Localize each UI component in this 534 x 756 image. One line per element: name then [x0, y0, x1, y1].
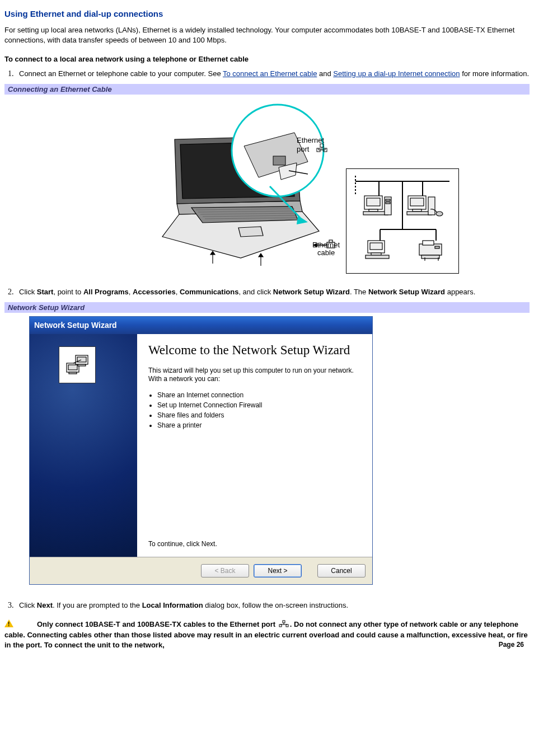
svg-rect-54 [370, 243, 382, 250]
step-3: Click Next. If you are prompted to the L… [16, 600, 530, 611]
kw-communications: Communications [180, 288, 238, 296]
svg-rect-45 [386, 199, 390, 201]
t: . The [350, 288, 368, 296]
svg-rect-67 [77, 357, 86, 362]
t: , and click [238, 288, 273, 296]
t: , [176, 288, 180, 296]
svg-rect-57 [419, 244, 442, 255]
svg-rect-56 [366, 255, 389, 259]
t: , point to [53, 288, 83, 296]
svg-rect-49 [413, 209, 421, 212]
step-1: Connect an Ethernet or telephone cable t… [16, 69, 530, 79]
svg-rect-64 [68, 365, 77, 370]
wizard-network-icon [59, 346, 96, 383]
page-number: Page 26 [499, 640, 524, 649]
svg-rect-58 [423, 241, 434, 245]
wizard-content-pane: Welcome to the Network Setup Wizard This… [137, 334, 372, 557]
connect-heading: To connect to a local area network using… [4, 55, 530, 63]
kw-nsw2: Network Setup Wizard [368, 288, 445, 296]
link-connect-ethernet[interactable]: To connect an Ethernet cable [223, 69, 317, 78]
caption-ethernet-cable: Connecting an Ethernet Cable [4, 84, 530, 95]
wizard-titlebar: Network Setup Wizard [30, 317, 372, 334]
wizard-back-button: < Back [201, 564, 249, 577]
wizard-bullet: Share an Internet connection [157, 390, 362, 400]
svg-marker-10 [210, 251, 215, 255]
ethernet-cable-label: Ethernet cable [312, 241, 340, 257]
svg-rect-70 [279, 624, 282, 627]
svg-rect-42 [369, 209, 378, 212]
figure-ethernet-cable: Ethernet port Ethernet cable [4, 95, 530, 284]
wizard-bullet-list: Share an Internet connection Set up Inte… [157, 390, 362, 430]
ethernet-port-icon [279, 620, 289, 631]
wizard-continue-text: To continue, click Next. [148, 540, 362, 548]
svg-rect-65 [69, 372, 77, 374]
caption-wizard: Network Setup Wizard [4, 302, 530, 313]
step1-mid: and [317, 69, 333, 78]
network-diagram-box [346, 168, 459, 274]
svg-marker-8 [238, 227, 263, 237]
warning-text-a: Only connect 10BASE-T and 100BASE-TX cab… [37, 620, 278, 628]
wizard-left-pane [30, 334, 137, 557]
svg-rect-55 [371, 253, 381, 255]
wizard-heading: Welcome to the Network Setup Wizard [148, 343, 362, 358]
t: , [129, 288, 133, 296]
kw-start: Start [37, 288, 54, 296]
kw-nsw: Network Setup Wizard [273, 288, 350, 296]
step1-before: Connect an Ethernet or telephone cable t… [19, 69, 223, 78]
step1-after: for more information. [460, 69, 530, 78]
svg-rect-46 [386, 202, 390, 204]
svg-marker-12 [259, 253, 263, 257]
wizard-bullet: Share files and folders [157, 410, 362, 420]
svg-rect-51 [428, 197, 435, 215]
intro-paragraph: For setting up local area networks (LANs… [4, 25, 530, 45]
wizard-window: Network Setup Wizard [29, 316, 373, 585]
kw-local-info: Local Information [142, 601, 203, 609]
svg-rect-68 [78, 364, 86, 366]
wizard-button-row: < Back Next > Cancel [30, 557, 372, 584]
wizard-next-button[interactable]: Next > [254, 564, 302, 577]
step-2: Click Start, point to All Programs, Acce… [16, 287, 530, 298]
link-dialup-setup[interactable]: Setting up a dial-up Internet connection [333, 69, 460, 78]
ethernet-port-label: Ethernet port [297, 136, 324, 153]
warning-icon [4, 619, 13, 627]
t: dialog box, follow the on-screen instruc… [203, 601, 348, 609]
kw-all-programs: All Programs [83, 288, 129, 296]
wizard-description: This wizard will help you set up this co… [148, 367, 362, 383]
svg-rect-59 [421, 255, 439, 259]
wizard-cancel-button[interactable]: Cancel [317, 564, 366, 577]
kw-accessories: Accessories [133, 288, 176, 296]
svg-rect-19 [273, 156, 285, 165]
svg-rect-71 [286, 624, 288, 627]
wizard-bullet: Set up Internet Connection Firewall [157, 400, 362, 410]
svg-rect-41 [367, 198, 380, 206]
wizard-bullet: Share a printer [157, 420, 362, 430]
t: . If you are prompted to the [53, 601, 142, 609]
t: appears. [445, 288, 475, 296]
t: Click [19, 288, 37, 296]
svg-rect-60 [435, 246, 439, 248]
svg-rect-72 [283, 621, 285, 623]
warning-block: Only connect 10BASE-T and 100BASE-TX cab… [4, 619, 530, 650]
kw-next: Next [37, 601, 53, 609]
t: Click [19, 601, 37, 609]
page-title: Using Ethernet and dial-up connections [4, 9, 530, 18]
svg-rect-48 [410, 198, 424, 206]
